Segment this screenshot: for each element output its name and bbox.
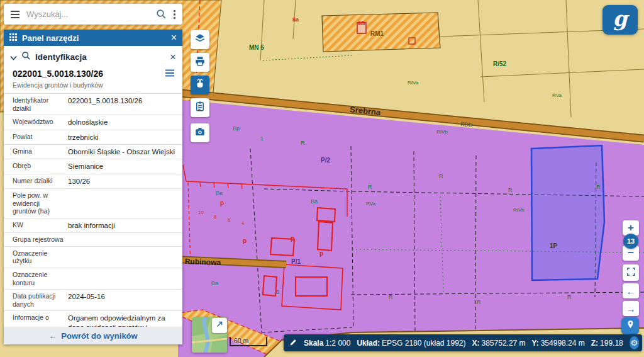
attribute-table: Identyfikator działki022001_5.0018.130/2… <box>4 94 182 327</box>
scale-readout: Skala1:2 000 <box>304 339 350 348</box>
panel-close-icon[interactable]: × <box>171 33 177 43</box>
print-icon <box>194 55 206 69</box>
identify-tool-button[interactable] <box>191 76 209 94</box>
info-row-label: Grupa rejestrowa <box>13 235 68 244</box>
info-row: Oznaczenie użytku <box>4 247 182 268</box>
info-row-label: Województwo <box>13 118 68 127</box>
info-row-value: 022001_5.0018.130/26 <box>68 96 176 112</box>
info-row-label: Powiat <box>13 133 68 142</box>
info-row-value: Siemianice <box>68 162 176 171</box>
info-row-label: Gmina <box>13 147 68 156</box>
info-row-value <box>68 271 176 286</box>
info-row-value <box>68 235 176 244</box>
previous-extent-button[interactable]: ← <box>623 283 639 298</box>
gear-icon: ⚙ <box>631 338 638 348</box>
info-row-value: Organem odpowiedzialnym za dane ewidencj… <box>68 314 176 327</box>
screenshot-button[interactable] <box>191 123 209 142</box>
info-row-label: Obręb <box>13 162 68 171</box>
info-row-label: Informacje o <box>13 314 68 327</box>
identify-icon <box>21 51 31 63</box>
arrow-left-icon: ← <box>626 286 636 297</box>
geoportal-app: SrebrnaRubinowaKDDMN 5RM1R/528a6BP/2P/11… <box>0 0 644 357</box>
panel-header: Panel narzędzi × <box>4 30 182 46</box>
result-title-row: 022001_5.0018.130/26 <box>4 67 182 79</box>
identify-section-header: Identyfikacja × <box>4 46 182 67</box>
back-to-results-button[interactable]: ← Powrót do wyników <box>4 327 182 344</box>
x-coordinate: X:385752.27 m <box>472 339 526 348</box>
minimap-expand-button[interactable] <box>212 318 227 333</box>
search-input[interactable] <box>25 9 151 20</box>
info-row-value <box>68 191 176 215</box>
geoportal-logo[interactable]: g <box>602 5 638 35</box>
back-button-label: Powrót do wyników <box>61 331 137 341</box>
hand-pointer-icon <box>194 78 206 92</box>
search-icon[interactable] <box>155 8 168 21</box>
search-bar <box>4 4 182 25</box>
crs-readout: Układ:EPSG 2180 (układ 1992) <box>357 339 465 348</box>
z-coordinate: Z:199.18 <box>591 339 623 348</box>
info-row-label: Pole pow. w ewidencji gruntów (ha) <box>13 191 68 215</box>
arrow-right-icon: → <box>626 303 636 314</box>
tools-panel: Panel narzędzi × Identyfikacja × 022001_… <box>4 30 182 344</box>
status-bar: Skala1:2 000 Układ:EPSG 2180 (układ 1992… <box>284 334 642 351</box>
expand-arrow-icon <box>215 320 224 331</box>
layers-icon <box>194 33 206 47</box>
y-coordinate: Y:354998.24 m <box>532 339 585 348</box>
camera-icon <box>194 126 206 140</box>
info-row: ObrębSiemianice <box>4 159 182 174</box>
map-scalebar: 60 m <box>230 337 267 346</box>
edit-scale-icon[interactable] <box>289 338 297 348</box>
info-row-value: 130/26 <box>68 177 176 186</box>
print-button[interactable] <box>191 53 209 72</box>
poi-button[interactable] <box>621 317 639 334</box>
info-row: Województwodolnośląskie <box>4 115 182 130</box>
info-row-label: Oznaczenie użytku <box>13 249 68 265</box>
info-row: Grupa rejestrowa <box>4 233 182 247</box>
layers-button[interactable] <box>191 30 209 49</box>
section-title: Identyfikacja <box>35 52 165 62</box>
info-row: Informacje oOrganem odpowiedzialnym za d… <box>4 311 182 327</box>
info-row-label: Oznaczenie konturu <box>13 271 68 286</box>
panel-title: Panel narzędzi <box>22 33 79 43</box>
info-row-label: Identyfikator działki <box>13 96 68 112</box>
info-row: KWbrak informacji <box>4 218 182 233</box>
settings-gear-button[interactable]: ⚙ <box>630 336 639 349</box>
info-row-value: dolnośląskie <box>68 118 176 127</box>
next-extent-button[interactable]: → <box>623 301 639 316</box>
info-row-value: 2024-05-16 <box>68 292 176 308</box>
results-list-button[interactable] <box>191 98 209 117</box>
logo-letter: g <box>613 8 627 29</box>
result-subtitle: Ewidencja gruntów i budynków <box>4 79 182 94</box>
plus-icon: + <box>628 222 634 234</box>
grid-icon <box>9 33 17 43</box>
fullscreen-icon <box>626 267 636 279</box>
info-row: Numer działki130/26 <box>4 174 182 189</box>
result-menu-icon[interactable] <box>165 68 175 79</box>
clipboard-icon <box>194 101 206 115</box>
info-row-value: trzebnicki <box>68 133 176 142</box>
result-id: 022001_5.0018.130/26 <box>13 69 165 79</box>
panel-body: Identyfikacja × 022001_5.0018.130/26 Ewi… <box>4 46 182 327</box>
info-row: Data publikacji danych2024-05-16 <box>4 290 182 311</box>
info-row-value: brak informacji <box>68 221 176 230</box>
back-arrow-icon: ← <box>48 331 57 341</box>
info-row: Identyfikator działki022001_5.0018.130/2… <box>4 94 182 115</box>
info-row-label: Numer działki <box>13 177 68 186</box>
more-options-icon[interactable] <box>172 8 177 21</box>
info-row: Powiattrzebnicki <box>4 130 182 145</box>
minus-icon: − <box>628 247 634 259</box>
info-row-label: KW <box>13 221 68 230</box>
chevron-down-icon[interactable] <box>10 52 17 63</box>
info-row: Pole pow. w ewidencji gruntów (ha) <box>4 189 182 218</box>
info-row-value: Oborniki Śląskie - Obszar Wiejski <box>68 147 176 156</box>
zoom-level-badge: 13 <box>623 234 638 249</box>
info-row-label: Data publikacji danych <box>13 292 68 308</box>
info-row: GminaOborniki Śląskie - Obszar Wiejski <box>4 145 182 159</box>
info-row-value <box>68 249 176 265</box>
section-close-icon[interactable]: × <box>170 52 176 62</box>
menu-icon[interactable] <box>9 9 21 20</box>
map-pin-icon <box>626 320 635 332</box>
fullscreen-button[interactable] <box>623 264 639 281</box>
info-row: Oznaczenie konturu <box>4 268 182 290</box>
